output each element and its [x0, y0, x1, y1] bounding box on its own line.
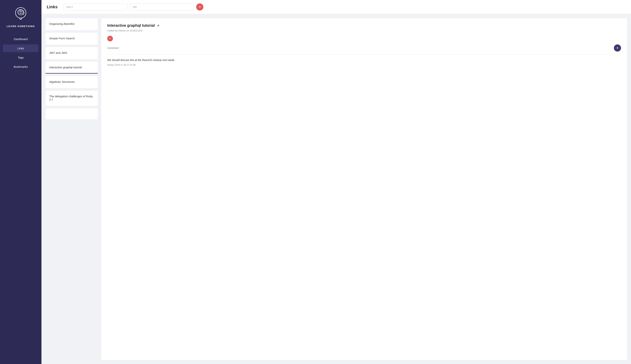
add-comment-button[interactable]: + [614, 44, 621, 52]
external-link-icon[interactable]: ⬈ [157, 24, 159, 27]
list-item[interactable]: Simple Form Search [45, 32, 98, 44]
url-input[interactable] [64, 4, 128, 10]
header: Links + [42, 0, 631, 14]
logo-label: LEARN SOMETHING [7, 25, 35, 28]
svg-point-4 [23, 14, 24, 15]
detail-title: Interactive graphql tutorial [107, 23, 155, 28]
svg-line-6 [23, 12, 24, 13]
content-area: Organizing Absinthe Simple Form Search J… [42, 14, 631, 364]
list-item[interactable]: Organizing Absinthe [45, 18, 98, 30]
add-link-button[interactable]: + [196, 4, 203, 10]
list-item-selected[interactable]: Interactive graphql tutorial [45, 61, 98, 74]
detail-meta: Added by Kelsey on 2019/11/29 [107, 29, 621, 32]
brain-icon [12, 6, 29, 22]
main-area: Links + Organizing Absinthe Simple Form … [42, 0, 631, 364]
svg-line-5 [23, 11, 23, 12]
detail-panel: Interactive graphql tutorial ⬈ Added by … [101, 18, 627, 360]
list-item[interactable]: Algebraic Structures [45, 76, 98, 88]
comment-text: We should discuss this at the ReactJS me… [107, 58, 621, 62]
list-item[interactable]: The delegation challenges of Ruby 2.7 [45, 90, 98, 106]
title-input[interactable] [130, 4, 194, 10]
svg-point-2 [23, 11, 24, 12]
sidebar-item-bookmarks[interactable]: Bookmarks [3, 63, 39, 70]
comment-row: + [107, 44, 621, 54]
page-title: Links [47, 4, 58, 10]
svg-point-3 [24, 12, 25, 13]
sidebar-item-tags[interactable]: Tags [3, 54, 39, 61]
sidebar-item-dashboard[interactable]: Dashboard [3, 35, 39, 43]
sidebar: LEARN SOMETHING Dashboard Links Tags Boo… [0, 0, 42, 364]
detail-title-row: Interactive graphql tutorial ⬈ [107, 23, 621, 28]
list-item[interactable] [45, 108, 98, 119]
comment-meta: Kelsey 2019-11-29 17:41:06 [107, 64, 621, 66]
sidebar-item-links[interactable]: Links [3, 44, 39, 52]
comment-input[interactable] [107, 46, 614, 50]
add-tag-button[interactable]: + [107, 36, 113, 42]
logo-area: LEARN SOMETHING [7, 6, 35, 28]
links-list: Organizing Absinthe Simple Form Search J… [45, 18, 98, 360]
list-item[interactable]: JWT and JWS [45, 47, 98, 59]
